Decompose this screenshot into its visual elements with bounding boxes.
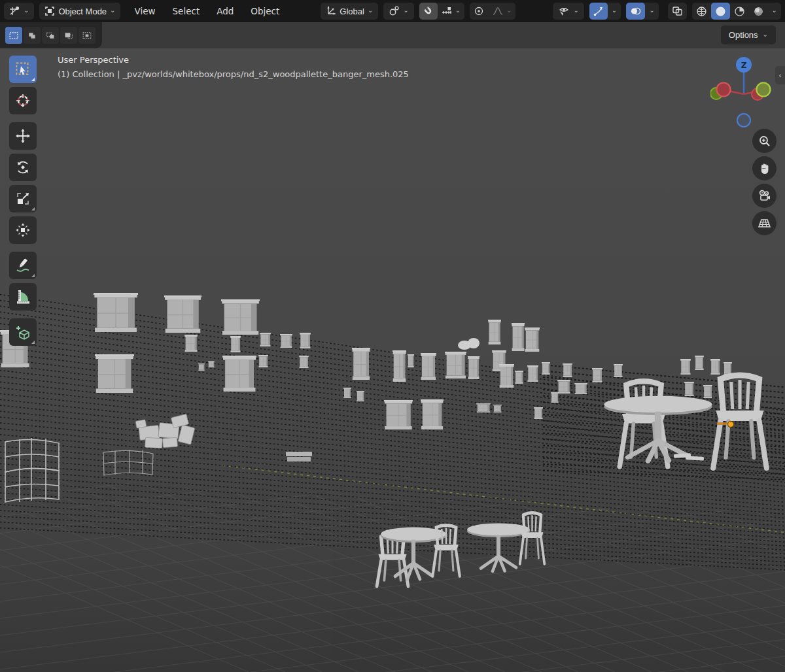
select-intersect-icon (82, 31, 92, 41)
shading-material[interactable] (730, 3, 749, 20)
tool-scale[interactable] (9, 185, 37, 212)
select-box-icon (15, 61, 31, 77)
menu-view[interactable]: View (127, 3, 162, 20)
chevron-down-icon: ⌄ (24, 7, 29, 14)
object-mode-icon (44, 6, 55, 16)
viewport-canvas[interactable] (0, 0, 785, 672)
pan-button[interactable] (752, 156, 776, 180)
viewport-info-text: User Perspective (1) Collection | _pvz/w… (58, 55, 409, 79)
add-cube-icon (14, 324, 31, 341)
select-subtract-icon (46, 31, 55, 41)
gizmo-y-pos-ball[interactable] (757, 83, 771, 97)
toggle-xray-icon (672, 6, 683, 16)
shading-group: ⌄ (692, 3, 781, 20)
select-mode-set[interactable] (5, 27, 22, 44)
select-mode-invert[interactable] (60, 27, 77, 44)
editor-type-icon (9, 6, 20, 16)
chevron-down-icon: ⌄ (612, 7, 617, 14)
gizmos-group: ⌄ (589, 3, 621, 20)
select-set-icon (9, 31, 18, 41)
global-axes-icon (326, 6, 336, 16)
falloff-select[interactable]: ⌄ (488, 3, 515, 20)
shading-wireframe[interactable] (692, 3, 711, 20)
orientation-label: Global (340, 7, 364, 16)
select-mode-intersect[interactable] (78, 27, 96, 44)
gizmos-dropdown[interactable]: ⌄ (608, 3, 621, 20)
snap-toggle[interactable] (419, 3, 438, 20)
falloff-curve-icon (492, 6, 504, 16)
chevron-down-icon: ⌄ (763, 31, 768, 38)
shading-dropdown[interactable]: ⌄ (768, 3, 781, 20)
chevron-down-icon: ⌄ (368, 7, 373, 14)
select-mode-subtract[interactable] (42, 27, 59, 44)
toggle-ortho-icon (758, 216, 771, 230)
camera-view-button[interactable] (752, 184, 776, 208)
tool-move[interactable] (9, 122, 37, 150)
measure-icon (15, 289, 31, 305)
tool-transform[interactable] (9, 216, 37, 244)
menu-object[interactable]: Object (243, 3, 287, 20)
snap-increment-icon (442, 6, 453, 16)
proportional-group: ⌄ (470, 3, 515, 20)
wireframe-icon (696, 6, 707, 17)
show-overlays-toggle[interactable] (626, 3, 645, 20)
xray-toggle[interactable] (668, 3, 687, 20)
rotate-icon (15, 160, 31, 175)
editor-type-button[interactable]: ⌄ (4, 3, 34, 20)
menu-bar: View Select Add Object (127, 3, 287, 20)
show-gizmo-icon (593, 6, 604, 16)
gizmo-z-neg-ball[interactable] (737, 114, 750, 127)
chevron-down-icon: ⌄ (110, 7, 115, 14)
shading-solid[interactable] (711, 3, 730, 20)
pivot-point-select[interactable]: ⌄ (383, 3, 413, 20)
overlays-group: ⌄ (626, 3, 658, 20)
scale-icon (15, 191, 31, 207)
tool-annotate[interactable] (9, 252, 37, 279)
mode-select[interactable]: Object Mode ⌄ (39, 3, 120, 20)
mode-label: Object Mode (58, 7, 107, 16)
material-preview-icon (734, 6, 745, 17)
tool-settings-bar: Options ⌄ (0, 22, 785, 48)
shading-rendered[interactable] (749, 3, 768, 20)
options-button[interactable]: Options ⌄ (721, 25, 776, 44)
select-invert-icon (64, 31, 73, 41)
perspective-label: User Perspective (58, 55, 409, 65)
chevron-down-icon: ⌄ (403, 7, 408, 14)
orientation-select[interactable]: Global ⌄ (321, 3, 378, 20)
snap-group: ⌄ (419, 3, 464, 20)
chevron-down-icon: ⌄ (506, 7, 512, 14)
snap-target-select[interactable]: ⌄ (438, 3, 464, 20)
solid-icon (715, 6, 726, 17)
move-icon (15, 128, 31, 144)
gizmo-x-neg-ball[interactable] (717, 83, 731, 97)
viewport-background (0, 0, 785, 672)
chevron-down-icon: ⌄ (649, 7, 654, 14)
navigation-gizmo[interactable]: Z (710, 55, 777, 128)
viewport-header: ⌄ Object Mode ⌄ View Select Add Object G… (0, 0, 785, 22)
tool-cursor[interactable] (9, 87, 37, 114)
rendered-icon (753, 6, 764, 17)
tool-select-box[interactable] (9, 56, 37, 83)
collection-breadcrumb: (1) Collection | _pvz/worlds/whitebox/pr… (58, 69, 409, 79)
overlays-dropdown[interactable]: ⌄ (645, 3, 658, 20)
tool-rotate[interactable] (9, 154, 37, 181)
zoom-icon (758, 135, 771, 148)
proportional-editing-icon (474, 6, 484, 16)
proportional-toggle[interactable] (470, 3, 488, 20)
transform-icon (15, 222, 31, 238)
show-object-types-icon (558, 6, 570, 16)
visibility-dropdown[interactable]: ⌄ (553, 3, 584, 20)
show-overlays-icon (630, 6, 641, 16)
options-label: Options (729, 30, 758, 40)
zoom-button[interactable] (752, 129, 776, 153)
menu-add[interactable]: Add (209, 3, 241, 20)
gizmo-z-label: Z (741, 61, 747, 70)
perspective-toggle-button[interactable] (752, 211, 776, 235)
magnet-icon (423, 6, 434, 16)
tool-measure[interactable] (9, 283, 37, 311)
menu-select[interactable]: Select (166, 3, 207, 20)
pan-hand-icon (758, 162, 771, 175)
select-mode-extend[interactable] (24, 27, 41, 44)
tool-add-cube[interactable] (9, 318, 37, 346)
show-gizmos-toggle[interactable] (589, 3, 608, 20)
